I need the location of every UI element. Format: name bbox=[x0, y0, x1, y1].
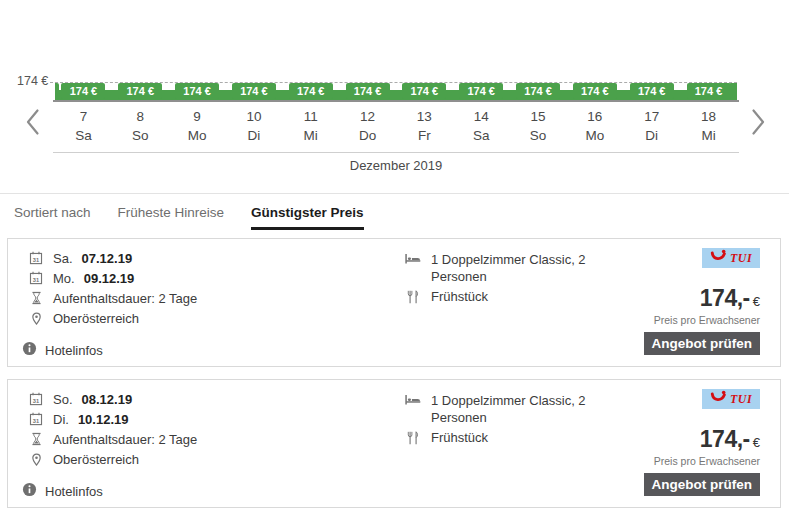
location-pin-icon bbox=[28, 311, 44, 326]
price-badge[interactable]: 174 € bbox=[175, 83, 219, 99]
svg-text:31: 31 bbox=[33, 277, 39, 283]
tab-guenstigster-preis[interactable]: Günstigster Preis bbox=[251, 205, 364, 230]
price-badge[interactable]: 174 € bbox=[687, 83, 731, 99]
price-axis-label: 174 € bbox=[17, 74, 48, 88]
tui-smile-icon bbox=[710, 249, 728, 267]
offer-card: 31 Sa. 07.12.19 31 Mo. 09.12.19 Aufentha… bbox=[7, 238, 781, 367]
price-currency: € bbox=[753, 435, 760, 450]
calendar-day[interactable]: 11Mi bbox=[282, 107, 339, 145]
board-row: Frühstück bbox=[404, 288, 614, 305]
duration-text: Aufenthaltsdauer: 2 Tage bbox=[53, 432, 197, 447]
calendar-icon: 31 bbox=[28, 392, 44, 406]
checkout-weekday: Di. bbox=[53, 412, 69, 427]
price-badge[interactable]: 174 € bbox=[573, 83, 617, 99]
price-badge[interactable]: 174 € bbox=[459, 83, 503, 99]
cutlery-icon bbox=[404, 429, 421, 445]
calendar-days-row: 7Sa 8So 9Mo 10Di 11Mi 12Do 13Fr 14Sa 15S… bbox=[55, 107, 737, 145]
bed-icon bbox=[404, 251, 421, 265]
region-text: Oberösterreich bbox=[53, 311, 139, 326]
chevron-right-icon bbox=[751, 124, 766, 139]
check-offer-button[interactable]: Angebot prüfen bbox=[644, 473, 761, 496]
price-badge[interactable]: 174 € bbox=[346, 83, 390, 99]
check-offer-button[interactable]: Angebot prüfen bbox=[644, 332, 761, 355]
hotel-infos-link[interactable]: Hotelinfos bbox=[22, 341, 103, 359]
region-text: Oberösterreich bbox=[53, 452, 139, 467]
checkout-date: 09.12.19 bbox=[84, 271, 135, 286]
checkin-weekday: So. bbox=[53, 392, 73, 407]
price-note: Preis pro Erwachsener bbox=[654, 314, 760, 326]
price-bar-strip: 174 € 174 € 174 € 174 € 174 € 174 € 174 … bbox=[55, 83, 737, 100]
cutlery-icon bbox=[404, 288, 421, 304]
tui-brand-logo: TUI bbox=[702, 389, 760, 409]
price-badge[interactable]: 174 € bbox=[118, 83, 162, 99]
checkin-date: 08.12.19 bbox=[82, 392, 133, 407]
info-icon bbox=[22, 341, 37, 359]
chevron-left-icon bbox=[25, 124, 40, 139]
calendar-icon: 31 bbox=[28, 251, 44, 265]
tui-smile-icon bbox=[710, 390, 728, 408]
month-separator bbox=[53, 152, 739, 153]
price-currency: € bbox=[753, 294, 760, 309]
price-badge[interactable]: 174 € bbox=[402, 83, 446, 99]
price-badge[interactable]: 174 € bbox=[516, 83, 560, 99]
calendar-day[interactable]: 10Di bbox=[225, 107, 282, 145]
price-value: 174,- bbox=[700, 426, 750, 452]
calendar-day[interactable]: 18Mi bbox=[680, 107, 737, 145]
calendar-day[interactable]: 14Sa bbox=[453, 107, 510, 145]
hourglass-icon bbox=[28, 291, 44, 305]
calendar-day[interactable]: 9Mo bbox=[169, 107, 226, 145]
hourglass-icon bbox=[28, 432, 44, 446]
room-text: 1 Doppelzimmer Classic, 2 Personen bbox=[431, 392, 591, 426]
svg-text:31: 31 bbox=[33, 257, 39, 263]
price-calendar: 174 € 174 € 174 € 174 € 174 € 174 € 174 … bbox=[0, 0, 789, 185]
calendar-day[interactable]: 7Sa bbox=[55, 107, 112, 145]
sort-tabs: Sortiert nach Früheste Hinreise Günstigs… bbox=[0, 193, 789, 230]
board-text: Frühstück bbox=[431, 288, 488, 305]
calendar-icon: 31 bbox=[28, 271, 44, 285]
price-badge[interactable]: 174 € bbox=[232, 83, 276, 99]
calendar-next-button[interactable] bbox=[751, 108, 766, 139]
checkout-date: 10.12.19 bbox=[78, 412, 129, 427]
tab-frueheste-hinreise[interactable]: Früheste Hinreise bbox=[118, 205, 225, 227]
duration-text: Aufenthaltsdauer: 2 Tage bbox=[53, 291, 197, 306]
calendar-day[interactable]: 17Di bbox=[623, 107, 680, 145]
checkout-weekday: Mo. bbox=[53, 271, 75, 286]
location-pin-icon bbox=[28, 452, 44, 467]
checkin-row: 31 Sa. 07.12.19 bbox=[28, 250, 197, 266]
checkout-row: 31 Mo. 09.12.19 bbox=[28, 270, 197, 286]
tui-wordmark: TUI bbox=[730, 392, 752, 407]
room-text: 1 Doppelzimmer Classic, 2 Personen bbox=[431, 251, 591, 285]
checkin-weekday: Sa. bbox=[53, 251, 73, 266]
calendar-icon: 31 bbox=[28, 412, 44, 426]
calendar-day[interactable]: 15So bbox=[510, 107, 567, 145]
calendar-prev-button[interactable] bbox=[25, 108, 40, 139]
month-label: Dezember 2019 bbox=[53, 158, 739, 173]
price-block: 174,-€ Preis pro Erwachsener bbox=[654, 426, 760, 467]
checkout-row: 31 Di. 10.12.19 bbox=[28, 411, 197, 427]
price-value: 174,- bbox=[700, 285, 750, 311]
price-note: Preis pro Erwachsener bbox=[654, 455, 760, 467]
hotel-infos-link[interactable]: Hotelinfos bbox=[22, 482, 103, 500]
price-badge[interactable]: 174 € bbox=[61, 83, 105, 99]
calendar-day[interactable]: 13Fr bbox=[396, 107, 453, 145]
room-row: 1 Doppelzimmer Classic, 2 Personen bbox=[404, 251, 614, 285]
tui-brand-logo: TUI bbox=[702, 248, 760, 268]
offer-card: 31 So. 08.12.19 31 Di. 10.12.19 Aufentha… bbox=[7, 379, 781, 508]
checkin-date: 07.12.19 bbox=[82, 251, 133, 266]
price-badge[interactable]: 174 € bbox=[289, 83, 333, 99]
calendar-day[interactable]: 16Mo bbox=[566, 107, 623, 145]
board-row: Frühstück bbox=[404, 429, 614, 446]
room-row: 1 Doppelzimmer Classic, 2 Personen bbox=[404, 392, 614, 426]
price-badge[interactable]: 174 € bbox=[630, 83, 674, 99]
duration-row: Aufenthaltsdauer: 2 Tage bbox=[28, 431, 197, 447]
svg-text:31: 31 bbox=[33, 398, 39, 404]
calendar-day[interactable]: 8So bbox=[112, 107, 169, 145]
tui-wordmark: TUI bbox=[730, 251, 752, 266]
checkin-row: 31 So. 08.12.19 bbox=[28, 391, 197, 407]
region-row: Oberösterreich bbox=[28, 451, 197, 467]
bed-icon bbox=[404, 392, 421, 406]
board-text: Frühstück bbox=[431, 429, 488, 446]
calendar-day[interactable]: 12Do bbox=[339, 107, 396, 145]
svg-text:31: 31 bbox=[33, 418, 39, 424]
info-icon bbox=[22, 482, 37, 500]
